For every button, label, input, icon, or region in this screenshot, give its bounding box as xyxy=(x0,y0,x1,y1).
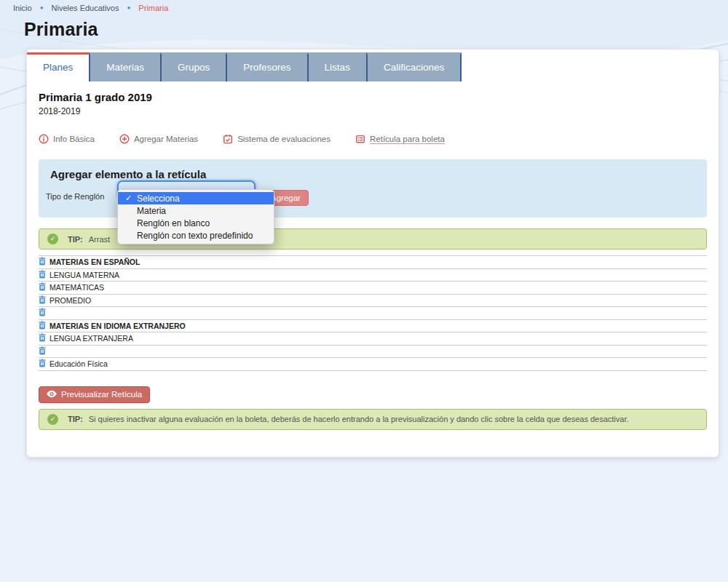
option-label: Selecciona xyxy=(137,194,180,204)
row-type-dropdown-menu: ✓ Selecciona ✓ Materia ✓ Renglón en blan… xyxy=(117,189,274,244)
trash-icon[interactable] xyxy=(39,257,46,267)
tip-text: Arrast xyxy=(89,235,110,244)
grid-row[interactable]: Educación Física xyxy=(39,358,707,371)
grid-row[interactable]: MATERIAS EN IDIOMA EXTRANJERO xyxy=(39,320,707,333)
eye-icon xyxy=(47,390,57,399)
breadcrumb: Inicio●Niveles Educativos●Primaria xyxy=(0,0,728,12)
grid-row[interactable] xyxy=(39,346,707,359)
grid-row-label: MATEMÁTICAS xyxy=(50,283,104,292)
row-type-field: Tipo de Renglón Agregar ✓ Selecciona ✓ M… xyxy=(50,180,695,212)
tip-text: Si quieres inactivar alguna evaluación e… xyxy=(89,415,629,423)
info-icon xyxy=(39,134,49,144)
tip-label: TIP: xyxy=(68,415,83,423)
tab-content: Primaria 1 grado 2019 2018-2019 Info Bás… xyxy=(27,91,719,430)
action-info-basica[interactable]: Info Básica xyxy=(39,134,95,144)
tip-banner-deactivate: ✓ TIP: Si quieres inactivar alguna evalu… xyxy=(39,409,707,430)
action-label: Agregar Materias xyxy=(134,135,198,143)
add-element-panel: Agregar elemento a la retícula Tipo de R… xyxy=(39,159,707,218)
trash-icon[interactable] xyxy=(39,270,46,280)
breadcrumb-item[interactable]: Primaria xyxy=(138,4,168,12)
plus-circle-icon xyxy=(119,134,130,144)
tab[interactable]: Materias xyxy=(89,52,160,81)
plan-actions: Info Básica Agregar Materias Sistema de … xyxy=(39,134,707,144)
checkmark-icon: ✓ xyxy=(124,194,133,203)
action-label: Retícula para boleta xyxy=(370,135,445,143)
grid-row-label: LENGUA MATERNA xyxy=(50,271,119,279)
action-label: Sistema de evaluaciones xyxy=(237,135,331,143)
grid-row-label: Educación Física xyxy=(50,359,108,368)
previsualizar-reticula-button[interactable]: Previsualizar Retícula xyxy=(39,386,150,403)
action-sistema-evaluaciones[interactable]: Sistema de evaluaciones xyxy=(223,134,331,144)
plan-title: Primaria 1 grado 2019 xyxy=(39,91,707,103)
dropdown-option[interactable]: ✓ Selecciona xyxy=(118,192,274,204)
grid-row[interactable]: MATEMÁTICAS xyxy=(39,282,707,295)
option-label: Renglón con texto predefinido xyxy=(137,231,253,241)
grid-list-icon xyxy=(355,134,365,144)
grid-row[interactable] xyxy=(39,307,707,320)
breadcrumb-separator-dot: ● xyxy=(40,5,44,11)
dropdown-option[interactable]: ✓ Renglón con texto predefinido xyxy=(118,229,274,242)
trash-icon[interactable] xyxy=(39,346,46,356)
trash-icon[interactable] xyxy=(39,308,46,318)
dropdown-option[interactable]: ✓ Renglón en blanco xyxy=(118,217,274,229)
grid-row-label: MATERIAS EN ESPAÑOL xyxy=(50,258,140,266)
grid-row-label: LENGUA EXTRANJERA xyxy=(50,334,133,343)
grid-row[interactable]: MATERIAS EN ESPAÑOL xyxy=(39,256,707,269)
trash-icon[interactable] xyxy=(39,282,46,292)
breadcrumb-separator-dot: ● xyxy=(127,5,130,11)
trash-icon[interactable] xyxy=(39,333,46,343)
main-card: PlanesMateriasGruposProfesoresListasCali… xyxy=(26,49,719,458)
dropdown-option[interactable]: ✓ Materia xyxy=(118,204,274,217)
check-circle-icon: ✓ xyxy=(47,234,58,244)
trash-icon[interactable] xyxy=(39,321,46,331)
check-circle-icon: ✓ xyxy=(47,414,58,425)
grid-row-label: PROMEDIO xyxy=(50,296,91,305)
reticula-row-list: MATERIAS EN ESPAÑOL LENGUA MATERNA MATEM… xyxy=(39,255,707,371)
panel-title: Agregar elemento a la retícula xyxy=(50,168,695,180)
grid-row-label: MATERIAS EN IDIOMA EXTRANJERO xyxy=(50,322,186,330)
row-type-label: Tipo de Renglón xyxy=(46,192,104,201)
grid-row[interactable]: LENGUA EXTRANJERA xyxy=(39,332,707,346)
grid-row[interactable]: PROMEDIO xyxy=(39,295,707,308)
tab-bar: PlanesMateriasGruposProfesoresListasCali… xyxy=(27,52,719,81)
tab[interactable]: Grupos xyxy=(160,52,226,81)
calendar-check-icon xyxy=(223,134,233,144)
option-label: Materia xyxy=(137,206,166,216)
tab[interactable]: Profesores xyxy=(226,52,306,81)
tab[interactable]: Calificaciones xyxy=(366,52,462,81)
tab[interactable]: Listas xyxy=(307,52,366,81)
action-label: Info Básica xyxy=(53,135,95,143)
tip-label: TIP: xyxy=(68,235,83,244)
trash-icon[interactable] xyxy=(39,295,46,306)
action-agregar-materias[interactable]: Agregar Materias xyxy=(119,134,198,144)
breadcrumb-item[interactable]: Inicio xyxy=(13,4,32,12)
plan-cycle: 2018-2019 xyxy=(39,106,707,116)
page-title: Primaria xyxy=(24,19,728,40)
option-label: Renglón en blanco xyxy=(137,218,210,228)
trash-icon[interactable] xyxy=(39,359,46,369)
tab[interactable]: Planes xyxy=(27,52,89,81)
breadcrumb-item[interactable]: Niveles Educativos xyxy=(52,4,119,12)
grid-row[interactable]: LENGUA MATERNA xyxy=(39,269,707,282)
preview-button-label: Previsualizar Retícula xyxy=(61,390,142,399)
action-reticula-boleta[interactable]: Retícula para boleta xyxy=(355,134,445,144)
